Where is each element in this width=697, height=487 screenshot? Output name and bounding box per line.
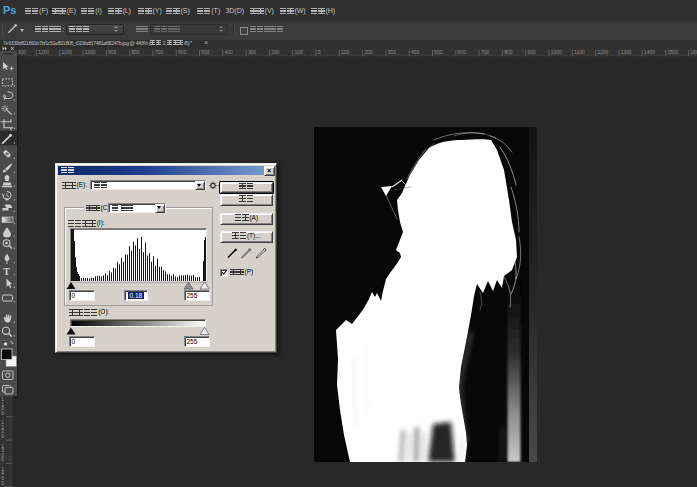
- svg-text:500: 500: [201, 50, 209, 55]
- svg-text:300: 300: [388, 50, 396, 55]
- svg-text:0: 0: [318, 50, 321, 55]
- svg-text:600: 600: [178, 50, 186, 55]
- svg-text:700: 700: [481, 50, 489, 55]
- svg-text:600: 600: [458, 50, 466, 55]
- svg-text:200: 200: [364, 50, 372, 55]
- svg-text:800: 800: [131, 50, 139, 55]
- svg-text:100: 100: [295, 50, 303, 55]
- svg-text:200: 200: [271, 50, 279, 55]
- svg-text:0: 0: [1, 479, 4, 485]
- svg-text:500: 500: [434, 50, 442, 55]
- svg-text:0: 0: [1, 433, 4, 439]
- svg-text:400: 400: [225, 50, 233, 55]
- svg-text:0: 0: [1, 456, 4, 462]
- svg-text:1100: 1100: [62, 50, 73, 55]
- svg-text:700: 700: [155, 50, 163, 55]
- svg-text:400: 400: [411, 50, 419, 55]
- svg-text:900: 900: [108, 50, 116, 55]
- svg-text:1600: 1600: [691, 50, 697, 55]
- svg-text:100: 100: [341, 50, 349, 55]
- svg-text:800: 800: [504, 50, 512, 55]
- svg-text:0: 0: [1, 409, 4, 415]
- svg-text:1100: 1100: [574, 50, 585, 55]
- svg-text:300: 300: [248, 50, 256, 55]
- svg-text:900: 900: [528, 50, 536, 55]
- svg-text:T: T: [3, 265, 10, 276]
